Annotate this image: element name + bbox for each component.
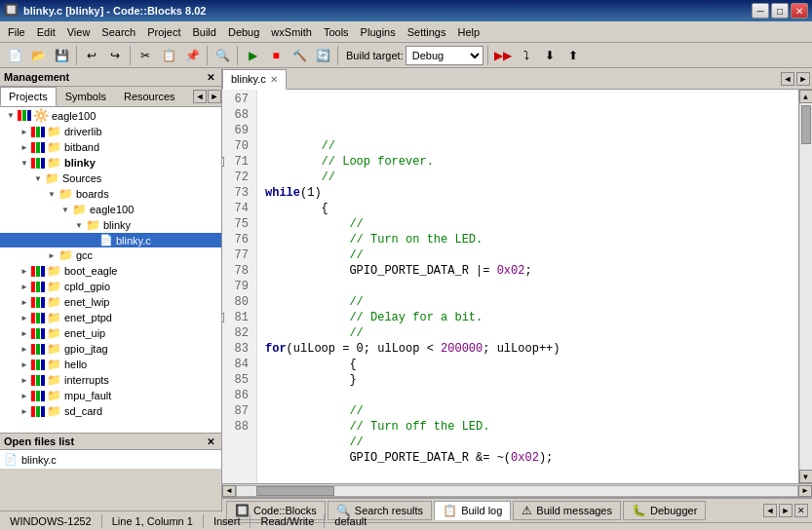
close-button[interactable]: ✕ (791, 3, 808, 19)
step-over-button[interactable]: ⤵ (516, 45, 537, 66)
tree-item[interactable]: ►📁mpu_fault (0, 388, 221, 403)
line-number: 87 (226, 403, 252, 419)
menu-plugins[interactable]: Plugins (355, 24, 402, 40)
copy-button[interactable]: 📋 (158, 45, 179, 66)
tree-item[interactable]: ▼📁eagle100 (0, 202, 221, 217)
tree-item[interactable]: ►📁hello (0, 357, 221, 372)
run-button[interactable]: ▶ (242, 45, 263, 66)
tree-item[interactable]: ►📁gpio_jtag (0, 341, 221, 357)
tree-item[interactable]: ▼📁blinky (0, 217, 221, 233)
menu-settings[interactable]: Settings (402, 24, 452, 40)
tree-item[interactable]: ►📁driverlib (0, 124, 221, 139)
hscroll-thumb[interactable] (256, 486, 334, 496)
menu-search[interactable]: Search (96, 24, 141, 40)
step-in-button[interactable]: ⬇ (539, 45, 561, 66)
tab-projects[interactable]: Projects (0, 87, 57, 106)
collapse-button[interactable]: − (222, 157, 224, 167)
management-close-button[interactable]: ✕ (204, 70, 217, 84)
new-button[interactable]: 📄 (4, 45, 25, 66)
tab-symbols[interactable]: Symbols (57, 87, 115, 106)
build-button[interactable]: 🔨 (289, 45, 310, 66)
vertical-scrollbar[interactable]: ▲ ▼ (798, 90, 812, 483)
statusbar-sep-2 (203, 514, 204, 528)
menu-debug[interactable]: Debug (222, 24, 265, 40)
color-bar-green (36, 406, 40, 417)
line-number: 84 (226, 357, 252, 372)
scroll-down-button[interactable]: ▼ (799, 470, 813, 483)
line-number: 81− (226, 310, 252, 325)
step-out-button[interactable]: ⬆ (562, 45, 584, 66)
minimize-button[interactable]: ─ (752, 3, 769, 19)
tree-item[interactable]: 📄blinky.c (0, 233, 221, 247)
code-container[interactable]: 6768697071−72737475767778798081−82838485… (222, 90, 812, 483)
hscroll-right-button[interactable]: ► (798, 485, 812, 497)
tree-item[interactable]: ►📁bitband (0, 139, 221, 155)
tree-item[interactable]: ►📁gcc (0, 247, 221, 263)
messages-nav-right[interactable]: ► (779, 504, 793, 517)
paste-button[interactable]: 📌 (181, 45, 203, 66)
editor-tab-blinky[interactable]: blinky.c ✕ (222, 69, 287, 90)
code-content[interactable]: // // Loop forever. // while(1) { // // … (257, 90, 798, 483)
messages-nav-left[interactable]: ◄ (763, 504, 777, 517)
tree-item[interactable]: ▼📁blinky (0, 155, 221, 170)
msg-tab-debugger[interactable]: 🐛 Debugger (623, 501, 706, 520)
tree-item[interactable]: ►📁enet_uip (0, 325, 221, 341)
collapse-button[interactable]: − (222, 313, 224, 322)
scroll-up-button[interactable]: ▲ (799, 90, 813, 103)
scroll-track[interactable] (800, 103, 812, 470)
tree-item[interactable]: ►📁sd_card (0, 403, 221, 419)
undo-button[interactable]: ↩ (81, 45, 102, 66)
search-button[interactable]: 🔍 (212, 45, 233, 66)
editor-nav-right[interactable]: ► (796, 72, 810, 86)
build-target-select[interactable]: Debug Release (406, 46, 483, 65)
mgmt-nav-left[interactable]: ◄ (193, 90, 207, 103)
open-file-item[interactable]: 📄 blinky.c (4, 452, 217, 467)
menu-project[interactable]: Project (141, 24, 186, 40)
hscroll-left-button[interactable]: ◄ (222, 485, 236, 497)
color-bar-green (22, 110, 26, 121)
menu-edit[interactable]: Edit (31, 24, 61, 40)
open-files-close-button[interactable]: ✕ (204, 435, 217, 448)
editor-nav-left[interactable]: ◄ (781, 72, 794, 86)
menu-build[interactable]: Build (186, 24, 221, 40)
hscroll-track[interactable] (236, 485, 798, 497)
editor-tab-close[interactable]: ✕ (270, 74, 278, 85)
rebuild-button[interactable]: 🔄 (312, 45, 333, 66)
save-button[interactable]: 💾 (51, 45, 72, 66)
tab-resources[interactable]: Resources (115, 87, 184, 106)
scroll-thumb[interactable] (801, 105, 811, 144)
redo-button[interactable]: ↪ (104, 45, 126, 66)
menu-help[interactable]: Help (451, 24, 485, 40)
tree-item[interactable]: ▼📁Sources (0, 170, 221, 186)
debug-run-button[interactable]: ▶▶ (492, 45, 514, 66)
line-number: 72 (226, 170, 252, 185)
cut-button[interactable]: ✂ (135, 45, 156, 66)
stop-button[interactable]: ■ (265, 45, 287, 66)
tree-item[interactable]: ►📁interrupts (0, 372, 221, 388)
menu-view[interactable]: View (61, 24, 97, 40)
menu-wxsmith[interactable]: wxSmith (265, 24, 318, 40)
maximize-button[interactable]: □ (771, 3, 789, 19)
color-bar-blue (41, 142, 45, 153)
tree-item[interactable]: ►📁enet_lwip (0, 294, 221, 310)
tree-item[interactable]: ►📁enet_ptpd (0, 310, 221, 325)
horizontal-scrollbar[interactable]: ◄ ► (222, 483, 812, 497)
code-token: for (265, 341, 287, 357)
line-number: 73 (226, 185, 252, 201)
open-button[interactable]: 📂 (27, 45, 49, 66)
code-token: while (265, 185, 300, 201)
msg-tab-buildlog[interactable]: 📋 Build log (434, 501, 511, 520)
menu-tools[interactable]: Tools (318, 24, 355, 40)
open-file-name: blinky.c (21, 454, 57, 466)
menu-file[interactable]: File (2, 24, 31, 40)
tree-item[interactable]: ►📁cpld_gpio (0, 279, 221, 294)
msg-tab-buildmsg[interactable]: ⚠ Build messages (513, 501, 621, 520)
tree-item[interactable]: ▼📁boards (0, 186, 221, 202)
tree-item[interactable]: ►📁boot_eagle (0, 263, 221, 279)
messages-close[interactable]: ✕ (794, 504, 808, 517)
management-title: Management (4, 71, 69, 83)
mgmt-nav-right[interactable]: ► (208, 90, 221, 103)
tree-item[interactable]: ▼🔆eagle100 (0, 107, 221, 124)
tree-item-label: enet_ptpd (64, 312, 112, 323)
color-bar-blue (41, 406, 45, 417)
